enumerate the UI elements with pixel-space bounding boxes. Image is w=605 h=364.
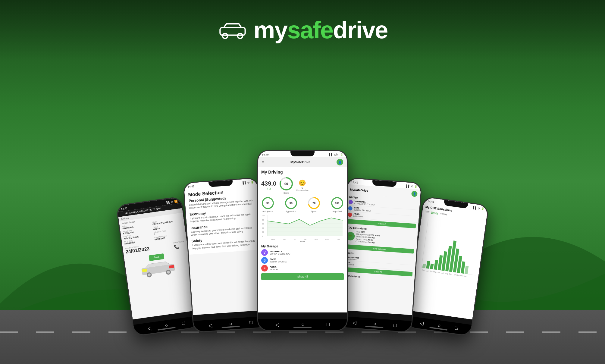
phone3-y-80: 80 [262, 219, 265, 221]
phone3-nav-back[interactable]: ◁ [275, 322, 279, 328]
phone3-y-60: 60 [262, 223, 265, 225]
phone4-savings-value: 2.45 Kg [368, 241, 375, 244]
phone5-chart-wrapper: Feb Mar Apr May Jun Jul Aug Sep Oct Nov … [413, 214, 486, 286]
phone4-vauxhall-info: VAUXHALL CORSA E ELITE NAV [354, 200, 375, 206]
phone3-bmw-model: 525D M SPORT A [270, 261, 287, 263]
phone-mode-selection: 14:41 ▌▌ ⊙ 🔋 Mode Selection Personal (Su… [183, 177, 268, 333]
phone5-bar-may [434, 260, 438, 270]
phone3-garage-info-b: BMW 525D M SPORT A [270, 258, 287, 263]
phone2-nav-bar: ◁ ○ □ [193, 316, 268, 332]
phone2-section-economy: Economy If you are a cost conscious driv… [190, 208, 256, 223]
phone5-nav-recent[interactable]: □ [454, 325, 458, 331]
phone5-label-jul: Jul [441, 272, 444, 274]
phone4-ford-dot [348, 212, 352, 217]
phone3-garage-item-ford: F FORD MONDEO [261, 265, 344, 271]
phone3-gauge-anticipation: 98 Anticipation [261, 196, 274, 212]
phone5-bar-jan [465, 266, 469, 274]
phone5-label-nov: Nov [456, 274, 459, 276]
phone3-y-100: 100 [262, 215, 265, 217]
phone2-nav-home[interactable]: ○ [229, 321, 233, 327]
phone3-x-sat: Sat [304, 238, 306, 240]
phone3-app-name: MySafeDrive [290, 160, 310, 164]
phone3-grade: C [302, 187, 303, 189]
phone3-screen: 14:40 ▌▌ WiFi 🔋 ≡ MySafeDrive 👤 My Drivi… [258, 151, 347, 312]
phone1-back-arrow[interactable]: ← [120, 212, 123, 215]
phone5-nav-back[interactable]: ◁ [420, 320, 424, 326]
phone3-ford-model: MONDEO [270, 268, 279, 271]
phone5-label-dec: Dec [460, 275, 463, 277]
phone3-garage-avatar-f: F [261, 265, 268, 271]
phone3-nav-recent[interactable]: □ [327, 322, 330, 327]
phone3-garage-avatar-v: V [261, 249, 268, 256]
phone3-bmw-make: BMW [270, 258, 287, 261]
phone4-year-value: 2023 [361, 231, 365, 233]
logo-my-text: my [254, 17, 287, 43]
phone4-bmw-info: BMW 525D M SPORT A [354, 206, 371, 212]
phone5-label-oct: Oct [453, 274, 456, 276]
phone3-overall-score: 439.0 »⊙ [261, 180, 276, 190]
phone3-smiley-icon: 😊 [299, 179, 306, 187]
phone1-nav-back[interactable]: ◁ [147, 325, 151, 331]
phone3-garage-info-v: VAUXHALL CORSA E ELITE NAV [270, 250, 290, 255]
phone3-home-bar [293, 327, 312, 328]
phone1-time: 14:41 [121, 207, 128, 211]
phone3-x-mon: Mon [325, 238, 329, 240]
phone4-savings-label: CO2 Savings [356, 240, 367, 243]
phone3-garage-item-vauxhall: V VAUXHALL CORSA E ELITE NAV [261, 249, 344, 256]
phone3-chart-x-labels: Wed Thu Fri Sat Sun Mon Tue [267, 238, 344, 240]
phone5-label-may: May [433, 271, 437, 273]
phone5-screen: 14:41 ▌▌ ⊙ 🔋 My CO2 Emissions Daily Week… [409, 197, 488, 319]
phone3-driving-content: My Driving 439.0 »⊙ [258, 167, 347, 312]
phone3-y-40: 40 [262, 227, 265, 229]
header: mysafedrive mysafedrive [0, 0, 605, 60]
phone2-nav-back[interactable]: ◁ [208, 322, 212, 328]
phone4-nav-recent[interactable]: □ [393, 323, 397, 328]
phone1-insurance-field: Insurance Expiry 24/01/2022 [125, 244, 150, 255]
phone2-screen: 14:41 ▌▌ ⊙ 🔋 Mode Selection Personal (Su… [184, 178, 266, 315]
phone3-gauge-val-nightowl: 100 [335, 202, 339, 205]
phone3-gauge-label-nightowl: Night Owl [333, 210, 342, 212]
phone-garage-co2: 14:41 ▌▌ ⊙ 🔋 MySafeDrive 👤 Garage VAUXHA… [337, 177, 422, 333]
logo-container: mysafedrive mysafedrive [218, 16, 388, 44]
phone3-gauge-aggression: 98 Aggression [284, 196, 298, 212]
phone3-vauxhall-model: CORSA E ELITE NAV [270, 253, 290, 255]
phone3-gauge-label-anticipation: Anticipation [262, 210, 273, 212]
phone3-conservative-label: Conservative [296, 189, 309, 191]
phone5-label-sep: Sep [449, 273, 452, 275]
phone4-nav-back[interactable]: ◁ [352, 319, 356, 325]
logo-car-icon [218, 21, 248, 39]
phone3-conservative-gauge: 😊 C Conservative [296, 179, 309, 191]
phone2-section-insurance: Insurance Get easy access to your insura… [190, 221, 257, 237]
phone3-notch [290, 151, 315, 156]
phone3-hamburger-icon[interactable]: ≡ [262, 160, 264, 165]
phone4-avatar[interactable]: 👤 [411, 191, 418, 197]
phone2-section-safety: Safety If you are a safety conscious dri… [191, 234, 258, 250]
phone4-nav-home[interactable]: ○ [373, 321, 377, 327]
phone1-nav-bar: ◁ ○ □ [133, 316, 199, 335]
phone3-gauge-circle-speed: 70 [307, 196, 321, 210]
phone1-active-field: Active Vehicle 📞 [173, 238, 185, 249]
phone1-nav-recent[interactable]: □ [182, 320, 185, 326]
phone3-show-all-button[interactable]: Show All [261, 273, 344, 280]
phone5-label-apr: Apr [430, 270, 433, 272]
phone4-screen: 14:41 ▌▌ ⊙ 🔋 MySafeDrive 👤 Garage VAUXHA… [339, 178, 421, 315]
phone4-app-name: MySafeDrive [350, 188, 368, 192]
phone-my-driving: 14:40 ▌▌ WiFi 🔋 ≡ MySafeDrive 👤 My Drivi… [257, 150, 348, 331]
phone3-nav-home[interactable]: ○ [301, 322, 304, 327]
phone2-content: Mode Selection Personal (Suggested) Esse… [184, 184, 262, 255]
phone3-gauge-label-speed: Speed [311, 210, 317, 212]
phone5-tab-daily[interactable]: Daily [425, 210, 430, 213]
logo-text: mysafedrive mysafedrive [254, 16, 388, 44]
phone1-screen: 14:41 ▌▌ ⊙ 📶 ← VAUXHALL CORSA E ELITE NA… [117, 197, 197, 319]
phone3-gauge-nightowl: 100 Night Owl [331, 196, 344, 212]
phone5-bar-dec [461, 261, 465, 274]
phone2-nav-recent[interactable]: □ [249, 320, 253, 325]
phone3-chart-label: Score [261, 240, 344, 243]
phone5-label-mar: Mar [426, 270, 429, 272]
phone4-ford-model: MONDEO [353, 215, 363, 218]
phone3-avatar[interactable]: 👤 [337, 159, 343, 165]
phone3-chart-y-labels: 100 80 60 40 20 0 [262, 215, 265, 237]
phone3-garage-title: My Garage [261, 244, 344, 248]
phone5-bar-feb [422, 264, 426, 268]
phone5-bar-mar [426, 261, 430, 269]
